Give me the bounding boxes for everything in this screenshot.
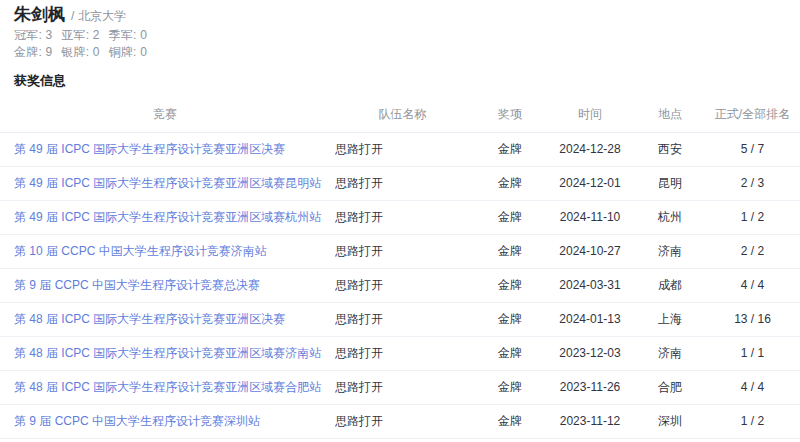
table-row: 第 49 届 ICPC 国际大学生程序设计竞赛亚洲区域赛昆明站 思路打开 金牌 … (0, 166, 800, 200)
rank-cell: 13 / 16 (705, 302, 800, 336)
contest-link[interactable]: 第 49 届 ICPC 国际大学生程序设计竞赛亚洲区域赛昆明站 (14, 176, 321, 190)
contest-cell: 第 9 届 CCPC 中国大学生程序设计竞赛总决赛 (0, 268, 330, 302)
column-header-rank: 正式/全部排名 (705, 97, 800, 132)
contest-cell: 第 48 届 ICPC 国际大学生程序设计竞赛亚洲区域赛合肥站 (0, 370, 330, 404)
stat-item: 亚军: 2 (61, 28, 99, 42)
award-cell: 金牌 (475, 370, 545, 404)
name-school-separator: / (71, 9, 74, 23)
table-row: 第 49 届 ICPC 国际大学生程序设计竞赛亚洲区决赛 思路打开 金牌 202… (0, 132, 800, 166)
contest-link[interactable]: 第 48 届 ICPC 国际大学生程序设计竞赛亚洲区域赛合肥站 (14, 380, 321, 394)
rank-cell: 4 / 4 (705, 370, 800, 404)
team-cell: 思路打开 (330, 268, 475, 302)
profile-school: 北京大学 (78, 9, 126, 23)
stat-item: 铜牌: 0 (109, 45, 147, 59)
date-cell: 2024-11-10 (545, 200, 635, 234)
location-cell: 合肥 (635, 370, 705, 404)
award-cell: 金牌 (475, 132, 545, 166)
location-cell: 杭州 (635, 200, 705, 234)
contest-cell: 第 49 届 ICPC 国际大学生程序设计竞赛亚洲区域赛杭州站 (0, 200, 330, 234)
team-cell: 思路打开 (330, 370, 475, 404)
profile-name: 朱剑枫 (14, 5, 65, 24)
stat-item: 季军: 0 (109, 28, 147, 42)
location-cell: 上海 (635, 302, 705, 336)
column-header-location: 地点 (635, 97, 705, 132)
rank-cell: 4 / 4 (705, 268, 800, 302)
stats-medals-line: 金牌: 9银牌: 0铜牌: 0 (14, 45, 786, 60)
contest-cell: 第 49 届 ICPC 国际大学生程序设计竞赛亚洲区决赛 (0, 132, 330, 166)
date-cell: 2024-10-27 (545, 234, 635, 268)
column-header-team: 队伍名称 (330, 97, 475, 132)
table-row: 第 48 届 ICPC 国际大学生程序设计竞赛亚洲区域赛济南站 思路打开 金牌 … (0, 336, 800, 370)
contest-link[interactable]: 第 9 届 CCPC 中国大学生程序设计竞赛深圳站 (14, 414, 260, 428)
date-cell: 2024-12-01 (545, 166, 635, 200)
team-cell: 思路打开 (330, 234, 475, 268)
team-cell: 思路打开 (330, 302, 475, 336)
table-row: 第 48 届 ICPC 国际大学生程序设计竞赛亚洲区域赛合肥站 思路打开 金牌 … (0, 370, 800, 404)
rank-cell: 1 / 2 (705, 404, 800, 438)
section-title-awards: 获奖信息 (14, 73, 786, 89)
stat-item: 冠军: 3 (14, 28, 52, 42)
award-cell: 金牌 (475, 302, 545, 336)
column-header-contest: 竞赛 (0, 97, 330, 132)
team-cell: 思路打开 (330, 166, 475, 200)
column-header-award: 奖项 (475, 97, 545, 132)
team-cell: 思路打开 (330, 336, 475, 370)
location-cell: 深圳 (635, 404, 705, 438)
award-cell: 金牌 (475, 200, 545, 234)
date-cell: 2023-11-12 (545, 404, 635, 438)
date-cell: 2024-03-31 (545, 268, 635, 302)
award-cell: 金牌 (475, 166, 545, 200)
table-row: 第 9 届 CCPC 中国大学生程序设计竞赛深圳站 思路打开 金牌 2023-1… (0, 404, 800, 438)
date-cell: 2024-12-28 (545, 132, 635, 166)
award-cell: 金牌 (475, 234, 545, 268)
award-table: 竞赛 队伍名称 奖项 时间 地点 正式/全部排名 第 49 届 ICPC 国际大… (0, 97, 800, 439)
rank-cell: 2 / 3 (705, 166, 800, 200)
table-row: 第 9 届 CCPC 中国大学生程序设计竞赛总决赛 思路打开 金牌 2024-0… (0, 268, 800, 302)
rank-cell: 2 / 2 (705, 234, 800, 268)
rank-cell: 5 / 7 (705, 132, 800, 166)
contest-cell: 第 49 届 ICPC 国际大学生程序设计竞赛亚洲区域赛昆明站 (0, 166, 330, 200)
location-cell: 成都 (635, 268, 705, 302)
stat-item: 银牌: 0 (61, 45, 99, 59)
contest-cell: 第 48 届 ICPC 国际大学生程序设计竞赛亚洲区域赛济南站 (0, 336, 330, 370)
award-cell: 金牌 (475, 404, 545, 438)
date-cell: 2023-11-26 (545, 370, 635, 404)
award-table-header: 竞赛 队伍名称 奖项 时间 地点 正式/全部排名 (0, 97, 800, 132)
contest-link[interactable]: 第 9 届 CCPC 中国大学生程序设计竞赛总决赛 (14, 278, 260, 292)
contest-link[interactable]: 第 48 届 ICPC 国际大学生程序设计竞赛亚洲区域赛济南站 (14, 346, 321, 360)
contest-cell: 第 9 届 CCPC 中国大学生程序设计竞赛深圳站 (0, 404, 330, 438)
contest-link[interactable]: 第 10 届 CCPC 中国大学生程序设计竞赛济南站 (14, 244, 267, 258)
date-cell: 2024-01-13 (545, 302, 635, 336)
team-cell: 思路打开 (330, 200, 475, 234)
table-row: 第 10 届 CCPC 中国大学生程序设计竞赛济南站 思路打开 金牌 2024-… (0, 234, 800, 268)
date-cell: 2023-12-03 (545, 336, 635, 370)
location-cell: 昆明 (635, 166, 705, 200)
location-cell: 西安 (635, 132, 705, 166)
award-cell: 金牌 (475, 268, 545, 302)
rank-cell: 1 / 1 (705, 336, 800, 370)
contest-cell: 第 10 届 CCPC 中国大学生程序设计竞赛济南站 (0, 234, 330, 268)
column-header-date: 时间 (545, 97, 635, 132)
contest-link[interactable]: 第 49 届 ICPC 国际大学生程序设计竞赛亚洲区域赛杭州站 (14, 210, 321, 224)
contest-link[interactable]: 第 48 届 ICPC 国际大学生程序设计竞赛亚洲区决赛 (14, 312, 285, 326)
stats-ranks-line: 冠军: 3亚军: 2季军: 0 (14, 28, 786, 43)
table-row: 第 48 届 ICPC 国际大学生程序设计竞赛亚洲区决赛 思路打开 金牌 202… (0, 302, 800, 336)
award-cell: 金牌 (475, 336, 545, 370)
stat-item: 金牌: 9 (14, 45, 52, 59)
team-cell: 思路打开 (330, 132, 475, 166)
contest-link[interactable]: 第 49 届 ICPC 国际大学生程序设计竞赛亚洲区决赛 (14, 142, 285, 156)
rank-cell: 1 / 2 (705, 200, 800, 234)
table-row: 第 49 届 ICPC 国际大学生程序设计竞赛亚洲区域赛杭州站 思路打开 金牌 … (0, 200, 800, 234)
profile-header: 朱剑枫/北京大学 冠军: 3亚军: 2季军: 0 金牌: 9银牌: 0铜牌: 0 (0, 0, 800, 60)
location-cell: 济南 (635, 336, 705, 370)
award-table-body: 第 49 届 ICPC 国际大学生程序设计竞赛亚洲区决赛 思路打开 金牌 202… (0, 132, 800, 438)
location-cell: 济南 (635, 234, 705, 268)
contest-cell: 第 48 届 ICPC 国际大学生程序设计竞赛亚洲区决赛 (0, 302, 330, 336)
team-cell: 思路打开 (330, 404, 475, 438)
profile-name-line: 朱剑枫/北京大学 (14, 5, 786, 26)
